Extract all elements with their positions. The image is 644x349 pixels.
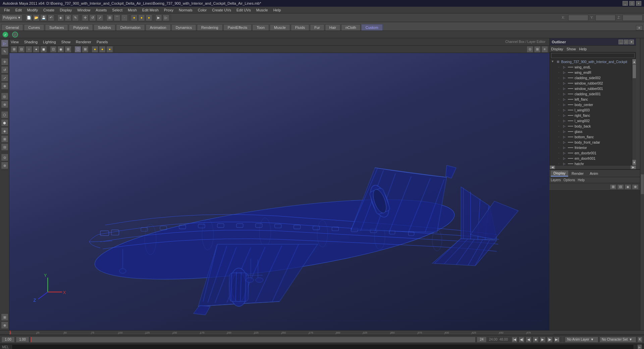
vis-icon-6[interactable]: ◦ (556, 97, 561, 102)
outliner-item-15[interactable]: ◦ ▷ frinterior (555, 145, 632, 150)
vp-menu-lighting[interactable]: Lighting (43, 40, 56, 44)
tab-dynamics[interactable]: Dynamics (171, 24, 196, 31)
3d-viewport[interactable]: X Y Z (9, 53, 549, 330)
snap-to-point[interactable]: · (121, 14, 128, 21)
quick-layout-btn[interactable]: ⊞ (1, 313, 8, 321)
outliner-menu-display[interactable]: Display (551, 47, 563, 51)
stop-button[interactable]: ■ (533, 337, 539, 343)
vp-tb-wire[interactable]: ⊡ (50, 46, 57, 53)
outliner-hscrollbar[interactable]: ◀ ▶ (550, 165, 636, 169)
cb-tool-3[interactable]: ◈ (625, 184, 631, 190)
outliner-menu-show[interactable]: Show (567, 47, 576, 51)
vis-icon-3[interactable]: ◦ (556, 81, 561, 86)
soft-select-btn[interactable]: ◎ (1, 93, 8, 100)
mode-dropdown[interactable]: Polygons ▼ (1, 14, 22, 21)
vis-icon-12[interactable]: ◦ (556, 129, 561, 134)
command-input[interactable] (12, 344, 634, 349)
tab-painteffects[interactable]: PaintEffects (223, 24, 252, 31)
save-scene-button[interactable]: 💾 (40, 14, 47, 21)
vis-icon-9[interactable]: ◦ (556, 113, 561, 118)
expand-status-button[interactable]: ▶ (637, 344, 642, 349)
menu-color[interactable]: Color (195, 7, 209, 13)
vis-icon-11[interactable]: ◦ (556, 124, 561, 129)
split-btn[interactable]: ⊞ (1, 135, 8, 143)
go-to-start-button[interactable]: |◀ (512, 337, 518, 343)
move-tool[interactable]: ✛ (82, 14, 89, 21)
char-set-dropdown[interactable]: No Character Set ▼ (599, 337, 636, 343)
snap-to-curve[interactable]: ⌒ (114, 14, 120, 21)
outliner-item-9[interactable]: ◦ ▷ right_flanc (555, 113, 632, 118)
outliner-item-0[interactable]: ◦ ▷ wing_endL (555, 64, 632, 70)
coord-y-value[interactable] (595, 15, 615, 21)
vp-menu-view[interactable]: View (11, 40, 19, 44)
ipr-render[interactable]: ▷ (163, 14, 169, 21)
tab-custom[interactable]: Custom (361, 24, 383, 31)
bridge-btn[interactable]: ⬢ (1, 119, 8, 127)
outliner-item-8[interactable]: ◦ ▷ l_wing003 (555, 107, 632, 113)
light-btn1[interactable]: ● (131, 14, 138, 21)
cb-tool-2[interactable]: ⊟ (617, 184, 624, 190)
vp-tb-btn2[interactable]: ⊟ (18, 46, 25, 53)
outliner-item-16[interactable]: ◦ ▷ em_doorbr001 (555, 150, 632, 156)
tab-surfaces[interactable]: Surfaces (45, 24, 68, 31)
undo-button[interactable]: ↶ (48, 14, 54, 21)
vp-tb-smooth[interactable]: ◉ (57, 46, 64, 53)
render-region[interactable]: ▶ (155, 14, 162, 21)
outliner-search-bar[interactable] (550, 52, 636, 59)
scale-tool-btn[interactable]: ⤢ (1, 74, 8, 82)
current-frame-input[interactable]: 1.00 (1, 337, 15, 343)
hscroll-left-button[interactable]: ◀ (550, 165, 555, 169)
light-btn3[interactable]: ● (146, 14, 152, 21)
collapse-icon[interactable]: ▼ (551, 60, 555, 64)
minimize-button[interactable]: _ (623, 1, 628, 6)
outliner-item-12[interactable]: ◦ ▷ glass (555, 129, 632, 134)
auto-key-button[interactable]: K (637, 337, 643, 343)
menu-edit-uvs[interactable]: Edit UVs (234, 7, 254, 13)
vp-menu-show[interactable]: Show (61, 40, 71, 44)
ring-btn[interactable]: ⊚ (1, 162, 8, 169)
shelf-options[interactable]: ≡ (636, 25, 643, 31)
outliner-scrollbar[interactable]: ▲ ▼ (632, 59, 636, 165)
vp-tb-light2[interactable]: ● (99, 46, 106, 53)
cb-tab-display[interactable]: Display (551, 170, 568, 177)
play-back-button[interactable]: ◀ (526, 337, 532, 343)
sculpt-btn[interactable]: ⊛ (1, 101, 8, 108)
close-button[interactable]: × (636, 1, 641, 6)
menu-create-uvs[interactable]: Create UVs (209, 7, 234, 13)
vis-icon-14[interactable]: ◦ (556, 140, 561, 145)
cb-tool-1[interactable]: ⊞ (610, 184, 616, 190)
outliner-item-11[interactable]: ◦ ▷ body_back (555, 123, 632, 129)
cb-tab-anim[interactable]: Anim (587, 171, 601, 176)
menu-display[interactable]: Display (57, 7, 74, 13)
vp-tb-btn1[interactable]: ⊞ (11, 46, 17, 53)
vis-icon-8[interactable]: ◦ (556, 108, 561, 112)
vis-icon-16[interactable]: ◦ (556, 151, 561, 155)
vp-tb-grid[interactable]: ⊞ (534, 46, 541, 53)
tab-fur[interactable]: Fur (310, 24, 324, 31)
vp-tb-light1[interactable]: ● (92, 46, 98, 53)
outliner-item-7[interactable]: ◦ ▷ body_center (555, 102, 632, 107)
tab-polygons[interactable]: Polygons (69, 24, 93, 31)
vis-icon-7[interactable]: ◦ (556, 102, 561, 107)
coord-z-value[interactable] (623, 15, 643, 21)
outliner-controls[interactable]: _ □ × (619, 40, 634, 44)
vp-tb-isolate[interactable]: ⊠ (82, 46, 89, 53)
hscroll-right-button[interactable]: ▶ (631, 165, 636, 169)
vp-tb-shaded[interactable]: ◼ (40, 46, 47, 53)
vp-tb-light3[interactable]: ● (106, 46, 113, 53)
menu-muscle[interactable]: Muscle (254, 7, 271, 13)
range-end-input[interactable]: 24 (477, 337, 487, 343)
outliner-menu-help[interactable]: Help (579, 47, 587, 51)
loop-btn[interactable]: ⊙ (1, 154, 8, 161)
scroll-track[interactable] (632, 64, 636, 160)
attr-editor-tab[interactable] (641, 174, 644, 194)
timeline-scrubber[interactable] (30, 337, 476, 343)
menu-modify[interactable]: Modify (24, 7, 41, 13)
vis-icon-5[interactable]: ◦ (556, 92, 561, 96)
menu-normals[interactable]: Normals (176, 7, 195, 13)
outliner-search-input[interactable] (551, 53, 635, 58)
vis-icon-4[interactable]: ◦ (556, 86, 561, 91)
command-mode-indicator[interactable]: MEL (2, 345, 9, 349)
scroll-thumb[interactable] (633, 65, 636, 78)
cb-sub-help[interactable]: Help (578, 178, 585, 182)
